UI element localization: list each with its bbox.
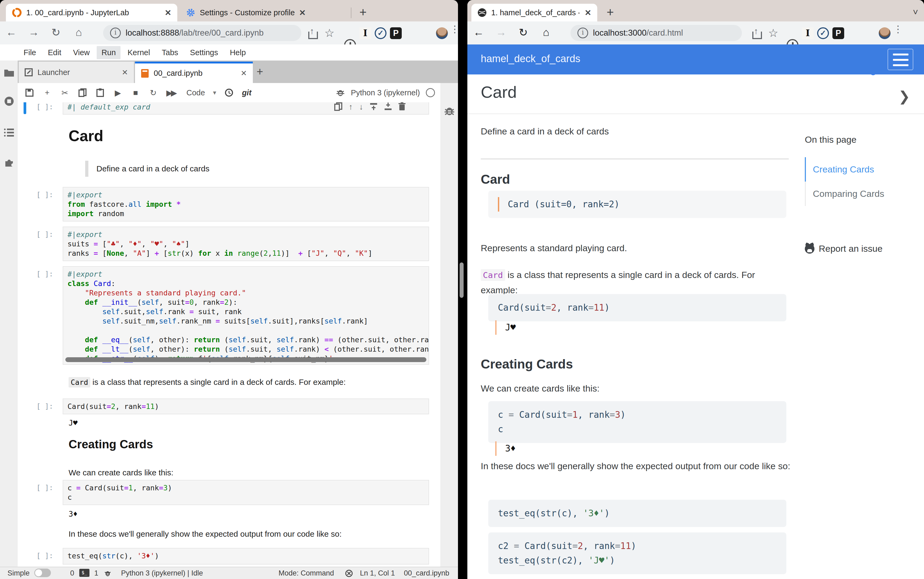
debugger-icon[interactable] xyxy=(444,106,455,116)
code-block-test2[interactable]: c2 = Card(suit=2, rank=11)test_eq(str(c2… xyxy=(488,532,786,574)
kernel-status-icon[interactable] xyxy=(426,88,435,97)
close-icon[interactable]: ✕ xyxy=(585,8,591,17)
duplicate-cell-icon[interactable] xyxy=(334,102,342,111)
save-icon[interactable] xyxy=(25,88,34,97)
delete-cell-icon[interactable] xyxy=(399,102,406,111)
share-icon[interactable] xyxy=(751,27,762,39)
notebook-scroll-area[interactable]: [ ]: #| default_exp card ↑ ↓ Card Define… xyxy=(18,102,440,567)
extension-p-icon[interactable]: P xyxy=(832,27,844,39)
menu-help[interactable]: Help xyxy=(225,46,251,59)
insert-cell-above-icon[interactable] xyxy=(370,102,378,111)
run-cell-icon[interactable]: ▶ xyxy=(113,88,123,98)
copy-icon[interactable] xyxy=(78,88,87,97)
browser-tab-settings[interactable]: Settings - Customize profile ✕ xyxy=(180,4,346,21)
toc-link-creating-cards[interactable]: Creating Cards xyxy=(805,157,917,182)
checkmark-extension-icon[interactable]: ✓ xyxy=(375,27,386,39)
insert-cell-below-icon[interactable] xyxy=(384,102,392,111)
menu-file[interactable]: File xyxy=(19,46,41,59)
stop-kernel-icon[interactable]: ■ xyxy=(131,88,140,97)
restart-kernel-icon[interactable]: ↻ xyxy=(148,88,158,98)
reload-icon[interactable]: ↻ xyxy=(519,26,528,39)
running-kernels-icon[interactable] xyxy=(4,96,15,106)
code-block-example1[interactable]: Card(suit=2, rank=11) xyxy=(488,294,786,321)
code-block-example2[interactable]: c = Card(suit=1, rank=3)c xyxy=(488,401,786,443)
kernel-count[interactable]: 1 xyxy=(94,569,98,577)
window-scrollbar-thumb[interactable] xyxy=(460,262,464,298)
menu-settings[interactable]: Settings xyxy=(185,46,223,59)
close-icon[interactable]: ✕ xyxy=(122,68,128,77)
kernel-name[interactable]: Python 3 (ipykernel) xyxy=(351,88,420,97)
terminal-count[interactable]: 0 xyxy=(70,569,74,577)
bookmark-star-icon[interactable]: ☆ xyxy=(767,27,779,39)
chevron-down-icon[interactable]: ▾ xyxy=(213,89,216,96)
horizontal-scrollbar[interactable] xyxy=(65,357,426,362)
chevron-right-icon[interactable]: ❯ xyxy=(898,88,910,105)
code-cell-suits-ranks[interactable]: #|exportsuits = ["♣", "♦", "♥", "♠"]rank… xyxy=(63,227,429,261)
cursor-position[interactable]: Ln 1, Col 1 xyxy=(360,569,395,577)
kernel-status-text[interactable]: Python 3 (ipykernel) | Idle xyxy=(121,569,203,577)
trust-icon[interactable] xyxy=(345,569,353,577)
menu-kernel[interactable]: Kernel xyxy=(123,46,155,59)
new-launcher-icon[interactable]: + xyxy=(257,65,263,78)
move-cell-up-icon[interactable]: ↑ xyxy=(349,102,353,111)
code-block-test1[interactable]: test_eq(str(c), '3♦') xyxy=(488,500,786,527)
profile-avatar[interactable] xyxy=(879,27,891,39)
menu-view[interactable]: View xyxy=(68,46,95,59)
tab-search-chevron-icon[interactable]: ˅ xyxy=(913,7,918,17)
bookmark-star-icon[interactable]: ☆ xyxy=(324,27,335,39)
close-icon[interactable]: ✕ xyxy=(241,69,247,78)
cut-icon[interactable]: ✂ xyxy=(60,88,70,98)
browser-tab-jupyterlab[interactable]: 1. 00_card.ipynb - JupyterLab ✕ xyxy=(6,4,177,21)
close-icon[interactable]: ✕ xyxy=(299,8,306,17)
report-an-issue-link[interactable]: Report an issue xyxy=(805,244,917,254)
code-cell-card-example[interactable]: Card(suit=2, rank=11) xyxy=(63,399,429,414)
browser-menu-icon[interactable]: ⋮ xyxy=(893,27,899,39)
debugger-toggle-icon[interactable] xyxy=(336,88,345,97)
back-icon[interactable]: ← xyxy=(6,26,16,38)
code-cell-create-card[interactable]: c = Card(suit=1, rank=3)c xyxy=(63,480,429,505)
reload-icon[interactable]: ↻ xyxy=(51,26,61,39)
git-label[interactable]: git xyxy=(242,88,251,97)
menu-run[interactable]: Run xyxy=(96,46,121,59)
simple-mode-toggle[interactable] xyxy=(34,569,51,577)
history-clock-icon[interactable] xyxy=(224,88,234,97)
menu-edit[interactable]: Edit xyxy=(43,46,66,59)
code-cell-test-eq[interactable]: test_eq(str(c), '3♦') xyxy=(63,548,429,564)
table-of-contents-icon[interactable] xyxy=(4,128,15,137)
profile-avatar[interactable] xyxy=(436,27,448,39)
code-cell-class-card[interactable]: #|exportclass Card: "Represents a standa… xyxy=(63,266,429,365)
menu-tabs[interactable]: Tabs xyxy=(157,46,183,59)
share-icon[interactable] xyxy=(307,27,319,39)
checkmark-extension-icon[interactable]: ✓ xyxy=(817,27,829,39)
back-icon[interactable]: ← xyxy=(473,26,484,38)
close-icon[interactable]: ✕ xyxy=(165,8,172,17)
new-tab-button[interactable]: + xyxy=(607,5,614,19)
kernel-sessions-icon[interactable] xyxy=(104,570,111,577)
browser-tab-docs[interactable]: 1. hamel_deck_of_cards - Card ✕ xyxy=(471,4,597,21)
file-browser-icon[interactable] xyxy=(4,68,15,77)
extension-p-icon[interactable]: P xyxy=(390,27,402,39)
address-bar[interactable]: i localhost:3000/card.html xyxy=(571,25,742,41)
site-info-icon[interactable]: i xyxy=(577,28,588,38)
dock-tab-launcher[interactable]: Launcher ✕ xyxy=(19,62,134,83)
paste-icon[interactable] xyxy=(95,88,105,97)
move-cell-down-icon[interactable]: ↓ xyxy=(359,102,363,111)
dock-tab-notebook[interactable]: 00_card.ipynb ✕ xyxy=(135,62,253,83)
code-cell-imports[interactable]: #|exportfrom fastcore.all import *import… xyxy=(63,187,429,221)
cell-type-select[interactable]: Code xyxy=(186,88,205,97)
forward-icon[interactable]: → xyxy=(496,26,507,38)
extension-manager-icon[interactable] xyxy=(4,157,15,168)
hamburger-menu-button[interactable] xyxy=(888,49,913,70)
address-bar[interactable]: i localhost:8888/lab/tree/00_card.ipynb xyxy=(103,25,301,41)
run-all-icon[interactable]: ▶▶ xyxy=(166,88,176,98)
site-info-icon[interactable]: i xyxy=(110,28,121,38)
extension-i-icon[interactable]: I xyxy=(360,27,371,39)
new-tab-button[interactable]: + xyxy=(360,5,367,19)
toc-link-comparing-cards[interactable]: Comparing Cards xyxy=(805,182,917,206)
site-brand[interactable]: hamel_deck_of_cards xyxy=(481,53,581,65)
home-icon[interactable]: ⌂ xyxy=(75,26,82,38)
forward-icon[interactable]: → xyxy=(28,26,39,38)
browser-menu-icon[interactable]: ⋮ xyxy=(450,27,455,39)
insert-cell-icon[interactable]: + xyxy=(43,88,52,97)
extension-i-icon[interactable]: I xyxy=(802,27,814,39)
